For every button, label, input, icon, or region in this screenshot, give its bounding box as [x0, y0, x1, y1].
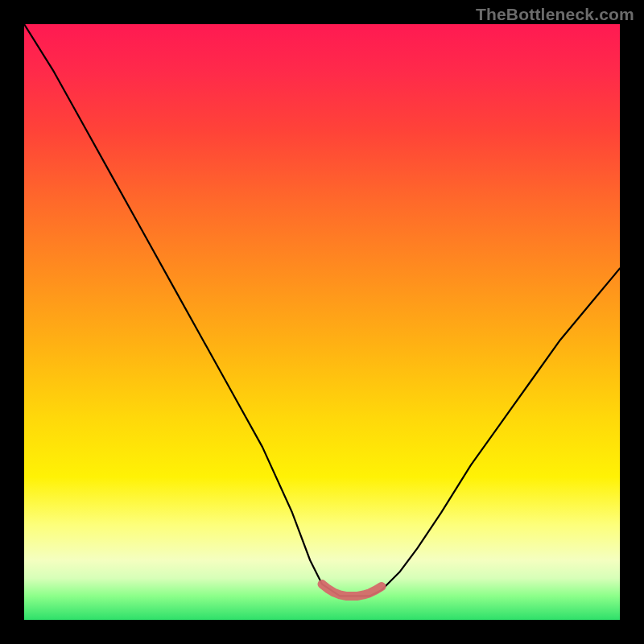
plot-area [24, 24, 620, 620]
chart-frame: TheBottleneck.com [0, 0, 644, 644]
bottleneck-curve [24, 24, 620, 596]
watermark-text: TheBottleneck.com [476, 5, 634, 24]
optimal-highlight [322, 584, 382, 597]
curve-svg-layer [24, 24, 620, 620]
